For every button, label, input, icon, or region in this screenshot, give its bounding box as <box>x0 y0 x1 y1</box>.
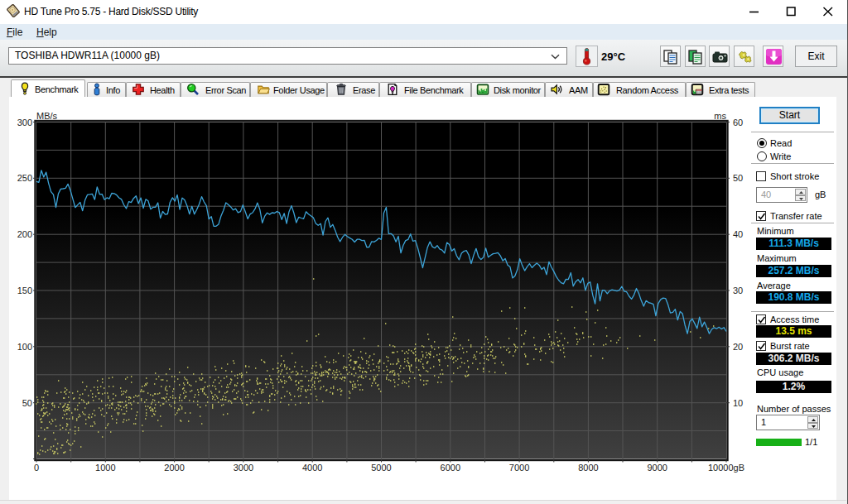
svg-text:100: 100 <box>17 342 32 352</box>
svg-text:50: 50 <box>22 398 32 408</box>
svg-text:40: 40 <box>733 229 743 239</box>
svg-text:300: 300 <box>17 118 32 127</box>
svg-text:1000: 1000 <box>95 463 115 473</box>
svg-text:3000: 3000 <box>234 463 253 473</box>
svg-text:150: 150 <box>17 286 32 295</box>
svg-text:200: 200 <box>17 229 32 239</box>
svg-text:MB/s: MB/s <box>36 111 58 121</box>
svg-text:20: 20 <box>733 342 743 352</box>
svg-text:6000: 6000 <box>441 463 460 473</box>
svg-text:ms: ms <box>714 111 726 121</box>
svg-text:7000: 7000 <box>509 463 529 473</box>
svg-text:4000: 4000 <box>302 463 322 473</box>
svg-text:10: 10 <box>733 398 743 408</box>
svg-text:250: 250 <box>17 173 32 183</box>
svg-text:30: 30 <box>733 286 743 295</box>
svg-text:8000: 8000 <box>578 463 598 473</box>
svg-text:10000gB: 10000gB <box>708 463 744 473</box>
svg-text:5000: 5000 <box>371 463 391 473</box>
svg-text:9000: 9000 <box>647 463 667 473</box>
svg-text:0: 0 <box>34 463 39 473</box>
svg-text:2000: 2000 <box>164 463 184 473</box>
svg-text:50: 50 <box>733 173 743 183</box>
svg-text:60: 60 <box>733 118 743 127</box>
